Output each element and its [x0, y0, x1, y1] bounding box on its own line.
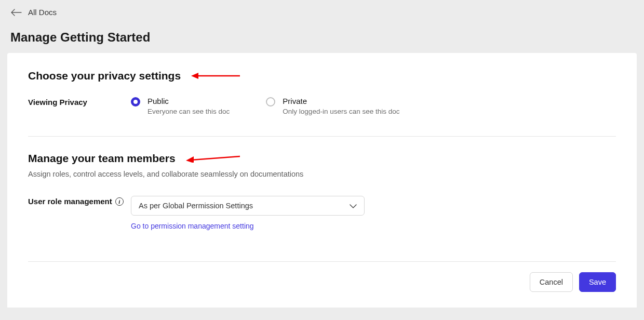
save-button[interactable]: Save	[579, 272, 616, 292]
privacy-option-public[interactable]: Public Everyone can see this doc	[131, 97, 230, 115]
team-section-subtitle: Assign roles, control access levels, and…	[28, 170, 616, 178]
info-icon[interactable]: i	[115, 197, 124, 206]
user-role-label: User role management i	[28, 196, 131, 206]
radio-selected-icon	[131, 97, 140, 106]
viewing-privacy-row: Viewing Privacy Public Everyone can see …	[28, 97, 616, 115]
breadcrumb-back[interactable]: All Docs	[10, 8, 634, 17]
svg-line-1	[191, 156, 240, 160]
annotation-arrow-icon	[191, 72, 240, 79]
team-section-title-text: Manage your team members	[28, 152, 176, 165]
user-role-row: User role management i As per Global Per…	[28, 196, 616, 231]
privacy-section-title: Choose your privacy settings	[28, 70, 616, 82]
user-role-select[interactable]: As per Global Permission Settings	[131, 196, 365, 216]
page-title: Manage Getting Started	[10, 30, 634, 45]
divider	[28, 136, 616, 137]
permission-settings-link[interactable]: Go to permission management setting	[131, 222, 254, 230]
privacy-section-title-text: Choose your privacy settings	[28, 70, 181, 82]
cancel-button[interactable]: Cancel	[530, 272, 573, 292]
settings-card: Choose your privacy settings Viewing Pri…	[7, 53, 637, 308]
viewing-privacy-label: Viewing Privacy	[28, 97, 131, 106]
arrow-left-icon	[10, 9, 22, 16]
privacy-radio-group: Public Everyone can see this doc Private…	[131, 97, 399, 115]
footer-actions: Cancel Save	[28, 261, 616, 292]
privacy-option-desc: Everyone can see this doc	[147, 108, 230, 115]
team-section-title: Manage your team members	[28, 152, 616, 165]
user-role-label-text: User role management	[28, 197, 112, 206]
annotation-arrow-icon	[186, 154, 240, 163]
chevron-down-icon	[350, 202, 357, 210]
privacy-option-label: Private	[283, 97, 399, 105]
privacy-option-desc: Only logged-in users can see this doc	[283, 108, 399, 115]
privacy-option-private[interactable]: Private Only logged-in users can see thi…	[266, 97, 399, 115]
breadcrumb-label: All Docs	[28, 8, 57, 17]
user-role-select-value: As per Global Permission Settings	[139, 202, 253, 210]
privacy-option-label: Public	[147, 97, 230, 105]
radio-unselected-icon	[266, 97, 275, 106]
